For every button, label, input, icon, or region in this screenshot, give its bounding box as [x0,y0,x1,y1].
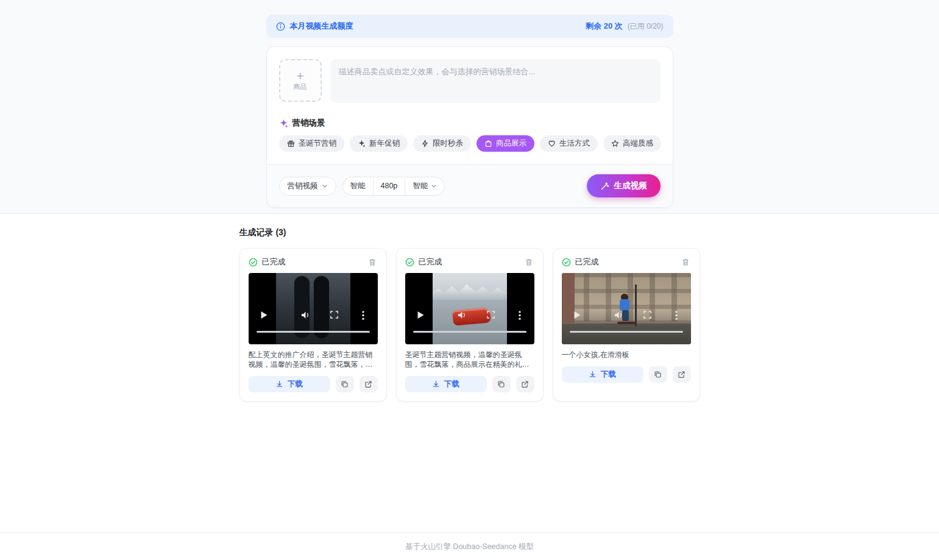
scene-chip-label: 新年促销 [369,138,400,149]
open-external-button[interactable] [360,376,378,392]
plus-icon: ＋ [294,69,306,81]
copy-icon [341,380,349,388]
video-player[interactable] [562,273,691,344]
fullscreen-icon [487,311,495,319]
status-badge: 已完成 [405,257,442,268]
open-external-button[interactable] [516,376,534,392]
history-section: 生成记录 (3) 已完成 [0,214,939,533]
scene-chip-product-display[interactable]: 商品展示 [477,135,534,152]
download-icon [432,380,440,388]
download-label: 下载 [288,379,303,389]
status-label: 已完成 [262,257,286,268]
external-link-icon [521,380,529,388]
duration-segment[interactable]: 智能 [405,177,444,196]
copy-button[interactable] [336,376,354,392]
open-external-button[interactable] [673,366,691,383]
play-button[interactable] [260,311,268,319]
video-type-value: 营销视频 [288,181,318,191]
scene-section-title: 营销场景 [292,118,325,129]
copy-button[interactable] [649,366,667,383]
video-card: 已完成 [396,248,544,402]
quota-banner: 本月视频生成额度 剩余 20 次 (已用 0/20) [266,15,673,38]
status-badge: 已完成 [562,257,599,268]
page-footer: 基于火山引擎 Doubao-Seedance 模型 [0,533,939,560]
volume-button[interactable] [301,311,310,319]
progress-bar[interactable] [257,331,370,333]
more-options-button[interactable] [362,311,364,320]
heart-icon [548,140,556,147]
volume-icon [614,311,623,319]
scene-chip-premium[interactable]: 高端质感 [603,135,661,152]
progress-bar[interactable] [570,331,683,333]
scene-chip-label: 限时秒杀 [433,138,463,149]
video-type-select[interactable]: 营销视频 [279,177,336,196]
sparkles-icon [279,119,288,128]
video-card: 已完成 [553,248,700,402]
download-label: 下载 [444,379,459,389]
play-button[interactable] [573,311,581,319]
fullscreen-button[interactable] [487,311,495,319]
video-description: 一个小女孩,在滑滑板 [562,350,691,360]
prompt-textarea[interactable] [330,59,661,103]
video-player[interactable] [405,273,534,344]
delete-button[interactable] [680,257,691,268]
volume-button[interactable] [614,311,623,319]
resolution-segment[interactable]: 480p [373,177,405,196]
download-icon [589,370,597,378]
kebab-icon [519,311,521,320]
trash-icon [525,258,533,266]
mode-segment[interactable]: 智能 [343,177,373,196]
footer-text: 基于火山引擎 Doubao-Seedance 模型 [405,542,534,552]
quota-remaining: 剩余 20 次 [586,21,623,32]
check-circle-icon [562,258,571,267]
generate-video-button[interactable]: 生成视频 [587,174,661,197]
more-options-button[interactable] [675,311,678,320]
quota-used: (已用 0/20) [628,21,664,32]
scene-chip-label: 生活方式 [559,138,590,149]
play-icon [260,311,268,319]
external-link-icon [678,370,686,378]
chevron-down-icon [322,183,328,189]
star-icon [611,140,619,147]
copy-icon [497,380,505,388]
scene-chip-christmas[interactable]: 圣诞节营销 [279,135,345,152]
download-button[interactable]: 下载 [249,376,330,392]
video-description: 圣诞节主题营销视频，温馨的圣诞氛围，雪花飘落，商品展示在精美的礼盒中，节日灯光.… [405,350,534,370]
wand-icon [600,182,609,191]
play-button[interactable] [417,311,425,319]
download-icon [275,380,283,388]
quality-segmented-control: 智能 480p 智能 [342,177,445,196]
delete-button[interactable] [523,257,534,268]
scene-chip-lifestyle[interactable]: 生活方式 [540,135,598,152]
volume-icon [301,311,310,319]
scene-chip-newyear[interactable]: 新年促销 [350,135,408,152]
scene-chip-label: 高端质感 [623,138,653,149]
play-icon [417,311,425,319]
volume-button[interactable] [458,311,467,319]
quota-title: 本月视频生成额度 [290,21,353,32]
more-options-button[interactable] [519,311,521,320]
shopping-bag-icon [484,140,492,147]
copy-button[interactable] [492,376,511,392]
download-button[interactable]: 下载 [562,366,643,383]
fullscreen-button[interactable] [330,311,338,319]
download-button[interactable]: 下载 [405,376,487,392]
video-description: 配上英文的推广介绍，圣诞节主题营销视频，温馨的圣诞氛围，雪花飘落，商品展示在精.… [249,350,378,370]
info-icon [276,22,285,31]
status-label: 已完成 [575,257,599,268]
external-link-icon [364,380,372,388]
fullscreen-button[interactable] [643,311,651,319]
chevron-down-icon [431,183,437,189]
gift-icon [287,140,295,147]
upload-product-box[interactable]: ＋ 商品 [279,59,322,102]
progress-bar[interactable] [413,331,526,333]
video-player[interactable] [249,273,378,344]
volume-icon [458,311,467,319]
trash-icon [681,258,690,266]
composer-section: 本月视频生成额度 剩余 20 次 (已用 0/20) ＋ 商品 [0,0,939,214]
scene-chip-flashsale[interactable]: 限时秒杀 [413,135,471,152]
fullscreen-icon [330,311,338,319]
history-cards: 已完成 [239,248,700,402]
delete-button[interactable] [367,257,378,268]
generate-label: 生成视频 [614,180,647,191]
